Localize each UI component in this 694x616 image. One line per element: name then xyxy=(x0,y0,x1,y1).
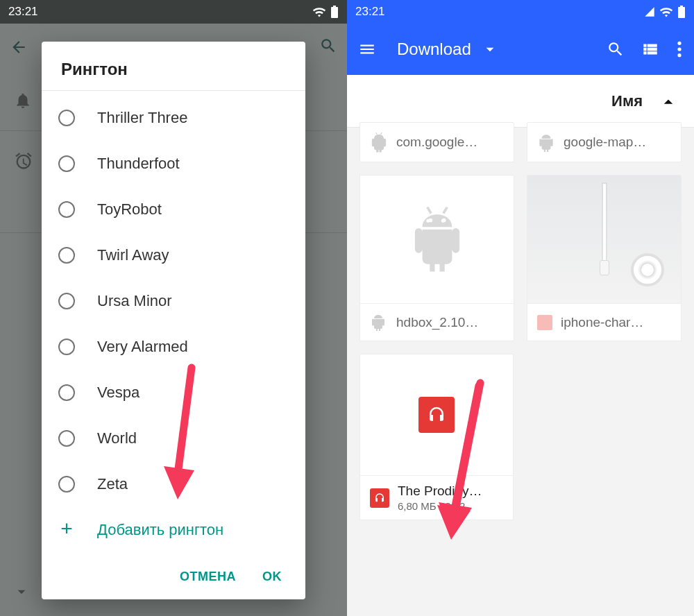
back-arrow-icon xyxy=(10,38,28,56)
android-icon xyxy=(370,132,388,153)
dialog-actions: ОТМЕНА OK xyxy=(42,554,305,599)
ringtone-option[interactable]: World xyxy=(42,416,305,461)
alarm-clock-icon xyxy=(14,151,33,171)
svg-line-5 xyxy=(427,207,430,214)
file-name: hdbox_2.10… xyxy=(396,315,478,330)
ringtone-option[interactable]: Twirl Away xyxy=(42,232,305,278)
radio-icon xyxy=(58,201,75,218)
ringtone-label: Very Alarmed xyxy=(97,338,188,356)
radio-icon xyxy=(58,110,75,126)
signal-icon xyxy=(644,6,655,17)
ringtone-list[interactable]: Thriller ThreeThunderfootToyRobotTwirl A… xyxy=(42,91,305,554)
ringtone-option[interactable]: ToyRobot xyxy=(42,187,305,232)
file-grid: com.google… google-map… hdbox_2.10… xyxy=(347,128,694,533)
search-icon[interactable] xyxy=(607,40,625,58)
android-icon xyxy=(407,205,467,274)
radio-icon xyxy=(58,155,75,172)
battery-icon xyxy=(677,6,686,18)
radio-icon xyxy=(58,384,75,401)
status-time: 23:21 xyxy=(8,5,38,19)
search-icon xyxy=(319,37,337,55)
svg-point-3 xyxy=(677,47,681,51)
radio-icon xyxy=(58,247,75,264)
status-icons xyxy=(644,6,686,18)
ringtone-label: Thunderfoot xyxy=(97,155,180,173)
android-icon xyxy=(537,132,555,153)
file-name: com.google… xyxy=(396,135,477,150)
dialog-title: Рингтон xyxy=(42,42,305,91)
add-ringtone-button[interactable]: +Добавить рингтон xyxy=(42,507,305,553)
ringtone-label: ToyRobot xyxy=(97,200,162,219)
chevron-down-icon xyxy=(481,40,499,58)
phone-screenshot-right: 23:21 Download Имя com.google… xyxy=(347,0,694,616)
sort-bar[interactable]: Имя xyxy=(347,75,694,128)
file-card[interactable]: google-map… xyxy=(527,122,682,162)
ringtone-label: Zeta xyxy=(97,475,128,493)
ringtone-label: Vespa xyxy=(97,384,139,402)
ringtone-label: Twirl Away xyxy=(97,246,169,264)
status-icons xyxy=(312,6,339,18)
view-grid-icon[interactable] xyxy=(641,40,659,58)
image-icon xyxy=(537,315,552,330)
radio-icon xyxy=(58,293,75,309)
sort-label: Имя xyxy=(611,92,643,110)
file-meta: 6,80 МБ 23:02 xyxy=(398,500,482,512)
file-thumbnail xyxy=(360,354,513,475)
file-name: google-map… xyxy=(564,135,646,150)
ringtone-option[interactable]: Thunderfoot xyxy=(42,141,305,187)
status-bar: 23:21 xyxy=(0,0,347,24)
file-name: The Prodigy… xyxy=(398,484,482,499)
file-thumbnail xyxy=(360,176,514,303)
wifi-icon xyxy=(312,6,326,17)
chevron-down-icon xyxy=(12,583,31,601)
radio-icon xyxy=(58,476,75,493)
phone-screenshot-left: 23:21 Рингтон Thriller ThreeThunderfootT… xyxy=(0,0,347,616)
file-card[interactable]: iphone-char… xyxy=(527,175,682,341)
chevron-up-icon xyxy=(658,91,679,112)
file-card[interactable]: The Prodigy… 6,80 МБ 23:02 xyxy=(359,354,514,520)
ringtone-label: Thriller Three xyxy=(97,109,187,127)
plus-icon: + xyxy=(58,522,75,538)
ringtone-dialog: Рингтон Thriller ThreeThunderfootToyRobo… xyxy=(42,42,305,599)
radio-icon xyxy=(58,339,75,355)
svg-point-2 xyxy=(677,42,681,45)
ringtone-option[interactable]: Zeta xyxy=(42,461,305,507)
radio-icon xyxy=(58,430,75,447)
image-preview xyxy=(527,176,681,303)
svg-line-6 xyxy=(443,207,446,214)
folder-dropdown[interactable]: Download xyxy=(397,40,499,59)
ringtone-option[interactable]: Very Alarmed xyxy=(42,324,305,370)
svg-point-4 xyxy=(677,53,681,57)
add-ringtone-label: Добавить рингтон xyxy=(97,521,223,539)
status-time: 23:21 xyxy=(355,5,385,19)
folder-title: Download xyxy=(397,40,471,59)
status-bar: 23:21 xyxy=(347,0,694,24)
ringtone-option[interactable]: Vespa xyxy=(42,370,305,416)
file-thumbnail xyxy=(527,176,681,303)
battery-icon xyxy=(330,6,339,18)
music-icon xyxy=(418,397,455,433)
android-icon xyxy=(370,312,388,333)
file-manager-toolbar: Download xyxy=(347,24,694,75)
file-card[interactable]: hdbox_2.10… xyxy=(359,175,514,341)
cancel-button[interactable]: ОТМЕНА xyxy=(180,570,236,584)
ringtone-label: Ursa Minor xyxy=(97,292,172,310)
music-icon xyxy=(370,488,389,508)
wifi-icon xyxy=(659,6,673,17)
hamburger-icon[interactable] xyxy=(358,40,376,58)
ringtone-option[interactable]: Thriller Three xyxy=(42,95,305,141)
file-name: iphone-char… xyxy=(561,315,643,330)
ringtone-option[interactable]: Ursa Minor xyxy=(42,278,305,324)
file-card[interactable]: com.google… xyxy=(359,122,514,162)
ringtone-label: World xyxy=(97,429,137,447)
more-menu-icon[interactable] xyxy=(676,40,683,58)
bell-icon xyxy=(14,92,32,110)
svg-point-8 xyxy=(441,219,446,223)
svg-point-7 xyxy=(428,219,432,223)
ok-button[interactable]: OK xyxy=(262,570,282,584)
